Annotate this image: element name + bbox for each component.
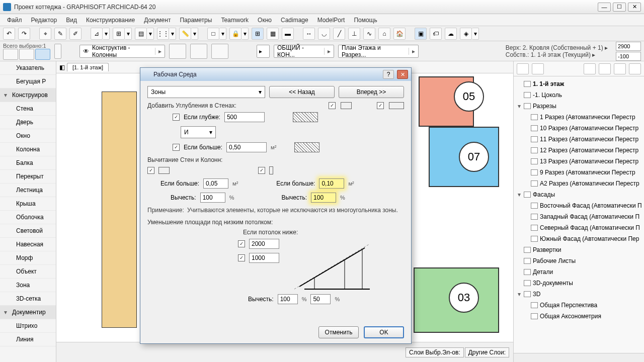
tree-item[interactable]: Рабочие Листы [515,255,643,266]
tool-btn-b[interactable] [190,44,207,59]
ok-button[interactable]: OK [364,326,404,338]
profile-combo[interactable]: ОБЩИЙ - КОН... ▸ [274,45,334,58]
category-dropdown[interactable]: Зоны ▾ [147,86,265,98]
nav-home-icon[interactable] [584,63,596,74]
bigger-input[interactable] [226,142,267,152]
wall-bigger-input[interactable] [203,178,228,189]
arc-icon[interactable]: ◡ [318,28,330,40]
measure-icon[interactable]: ↔ [303,28,315,40]
maximize-button[interactable]: ☐ [613,3,626,12]
toolbox-item[interactable]: Световой [0,224,56,238]
nav-book-icon[interactable] [629,63,641,74]
dropdown-icon[interactable]: ▾ [191,28,198,40]
back-button[interactable]: << Назад [269,86,335,98]
toolbox-item[interactable]: Дверь [0,116,56,129]
tree-item[interactable]: Южный Фасад (Автоматически Пер [515,233,643,244]
toolbox-item[interactable]: ▾Документир [0,306,56,319]
toolbox-item[interactable]: Колонна [0,143,56,156]
redo-icon[interactable]: ↷ [18,28,30,40]
menu-construct[interactable]: Конструирование [82,16,139,25]
toolbox-item[interactable]: Зона [0,279,56,292]
tree-item[interactable]: 11 Разрез (Автоматически Перестр [515,134,643,145]
mode-btn-2[interactable] [19,49,34,60]
recess-type1-checkbox[interactable] [329,102,336,109]
tree-item[interactable]: Общая Перспектива [515,300,643,311]
tree-item[interactable]: Общая Аксонометрия [515,311,643,322]
tree-item[interactable]: 1. 1-й этаж [515,78,643,89]
height-top-input[interactable] [616,42,641,51]
box-icon[interactable]: □ [207,28,219,40]
tree-item[interactable]: 13 Разрез (Автоматически Перестр [515,156,643,167]
lock-icon[interactable]: 🔒 [229,28,242,40]
tree-item[interactable]: 12 Разрез (Автоматически Перестр [515,145,643,156]
toolbox-item[interactable]: Оболочка [0,211,56,224]
menu-help[interactable]: Помощь [350,16,381,25]
tree-item[interactable]: Западный Фасад (Автоматически П [515,211,643,222]
snap-icon[interactable]: ⊿ [91,28,103,40]
layers-icon[interactable]: ▤ [135,28,147,40]
recess-type2-checkbox[interactable] [377,102,384,109]
nav-copy-icon[interactable] [599,63,611,74]
minimize-button[interactable]: — [598,3,611,12]
mep-icon[interactable]: ⊞ [252,28,264,40]
bigger-checkbox[interactable] [173,144,180,151]
toolbox-item[interactable]: Линия [0,333,56,346]
tab-nav-icon[interactable]: ◧ [59,64,65,71]
toolbox-item[interactable]: Балка [0,156,56,170]
dropdown-icon[interactable]: ▾ [125,28,132,40]
tree-item[interactable]: 1 Разрез (Автоматически Перестр [515,112,643,123]
slider-handle[interactable] [54,44,61,59]
toolbox-item[interactable]: Указатель [0,61,56,75]
layer-combo[interactable]: 👁 Конструктив - Колонны ▸ [79,45,165,58]
tree-item[interactable]: 9 Разрез (Автоматически Перестр [515,167,643,178]
col-subtract-input[interactable] [311,193,336,203]
nav-view-icon[interactable] [517,63,529,74]
toolbox-item[interactable]: ▾Конструиров [0,88,56,102]
dropdown-icon[interactable]: ▾ [472,28,479,40]
menu-window[interactable]: Окно [254,16,276,25]
tree-item[interactable]: Северный Фасад (Автоматически П [515,222,643,233]
syringe-icon[interactable]: ✎ [54,28,66,40]
roof-icon[interactable]: ⌂ [378,28,390,40]
scrollbar[interactable] [514,353,644,362]
tree-item[interactable]: ▾3D [515,289,643,300]
view-mode[interactable]: ▸ [257,45,270,58]
tree-item[interactable]: ▾Фасады [515,189,643,200]
dim-icon[interactable]: ⊥ [348,28,360,40]
wall-icon[interactable]: ▬ [282,28,294,40]
preset-icon[interactable]: ◈ [460,28,472,40]
tree-item[interactable]: А2 Разрез (Автоматически Перестр [515,178,643,189]
ceiling-sub1-input[interactable] [278,294,298,304]
tree-item[interactable]: Детали [515,266,643,278]
height-bottom-input[interactable] [616,52,641,61]
mode-btn-3[interactable] [35,49,50,60]
tree-item[interactable]: Восточный Фасад (Автоматически П [515,200,643,211]
ruler-icon[interactable]: 📏 [179,28,191,40]
ceiling-h1-checkbox[interactable] [238,240,245,247]
dropdown-icon[interactable]: ▾ [103,28,110,40]
toolbox-item[interactable]: Стена [0,102,56,116]
menu-editor[interactable]: Редактор [27,16,61,25]
andor-dropdown[interactable]: И▾ [181,126,216,138]
3d-icon[interactable]: ▣ [415,28,427,40]
cancel-button[interactable]: Отменить [318,326,359,338]
toolbox-item[interactable]: Бегущая Р [0,75,56,88]
deeper-checkbox[interactable] [173,114,180,121]
toolbox-item[interactable]: Крыша [0,197,56,211]
subtract-columns-checkbox[interactable] [258,167,265,174]
help-button[interactable]: ? [383,70,394,79]
ceiling-h1-input[interactable] [249,239,279,249]
view-combo[interactable]: План Этажа и Разрез... ▸ [338,45,419,58]
ceiling-h2-checkbox[interactable] [238,254,245,261]
brush-icon[interactable]: ✐ [69,28,82,40]
tree-item[interactable]: ▾Разрезы [515,101,643,112]
expand-icon[interactable]: ▾ [517,291,522,298]
toolbox-item[interactable]: Штрихо [0,319,56,333]
toolbox-item[interactable]: Объект [0,265,56,279]
cloud-icon[interactable]: ☁ [445,28,457,40]
toolbox-item[interactable]: Окно [0,129,56,143]
navigator-tree[interactable]: 1. 1-й этаж-1. Цоколь▾Разрезы1 Разрез (А… [514,76,644,353]
toolbox-item[interactable]: Навесная [0,238,56,251]
tool-btn-a[interactable] [169,44,186,59]
close-button[interactable]: ✕ [397,70,408,79]
